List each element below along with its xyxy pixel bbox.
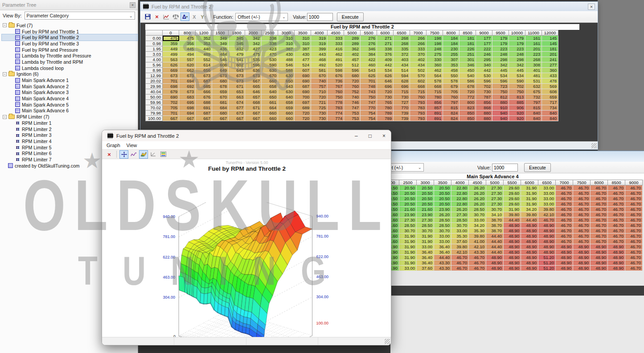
execute-button[interactable]: Execute xyxy=(337,12,364,21)
table-cell[interactable]: 732 xyxy=(525,94,542,100)
table-cell[interactable]: 319 xyxy=(311,41,328,46)
column-header[interactable]: 4500 xyxy=(328,30,344,36)
table-cell[interactable]: 349 xyxy=(212,41,229,46)
table-cell[interactable]: 754 xyxy=(361,116,377,121)
table-cell[interactable]: 750 xyxy=(361,94,377,100)
table-cell[interactable]: 632 xyxy=(525,84,542,89)
table-cell[interactable]: 42.10 xyxy=(451,250,469,255)
table-cell[interactable]: 342 xyxy=(245,36,262,41)
table-cell[interactable]: 489 xyxy=(196,52,212,57)
table-cell[interactable]: 48.90 xyxy=(608,260,625,266)
table-cell[interactable]: 578 xyxy=(427,78,443,84)
table-cell[interactable]: 659 xyxy=(278,105,295,111)
table-cell[interactable]: 36.40 xyxy=(434,250,451,255)
table-cell[interactable]: 702 xyxy=(476,84,492,89)
y-axis-button[interactable]: Y↑ xyxy=(199,12,208,21)
table-cell[interactable]: 668 xyxy=(427,84,443,89)
table-cell[interactable]: 671 xyxy=(245,105,262,111)
table-cell[interactable]: 28.50 xyxy=(451,218,469,223)
column-header[interactable]: 4000 xyxy=(451,180,469,185)
pan-rotate-button[interactable] xyxy=(119,150,128,159)
table-cell[interactable]: 48.90 xyxy=(504,260,521,266)
table-cell[interactable]: 468 xyxy=(311,57,328,62)
resize-grip[interactable] xyxy=(591,143,597,148)
table-cell[interactable]: 660 xyxy=(262,116,278,121)
table-cell[interactable]: 48.90 xyxy=(556,260,573,266)
table-cell[interactable]: 21.60 xyxy=(390,218,399,223)
table-cell[interactable]: 223 xyxy=(525,52,542,57)
column-header[interactable]: 1200 xyxy=(196,30,212,36)
table-cell[interactable]: 223 xyxy=(509,46,525,52)
column-header[interactable]: 10000 xyxy=(509,30,525,36)
table-cell[interactable]: 338 xyxy=(377,46,394,52)
table-cell[interactable]: 27.30 xyxy=(486,185,504,191)
maximize-button[interactable]: □ xyxy=(369,133,372,139)
table-cell[interactable]: 184 xyxy=(443,41,459,46)
table-cell[interactable]: 30.70 xyxy=(434,228,451,234)
table-cell[interactable]: 51.20 xyxy=(538,266,556,271)
table-cell[interactable]: 48.90 xyxy=(521,266,538,271)
table-cell[interactable]: 727 xyxy=(394,100,410,105)
row-header[interactable]: 12.99 xyxy=(146,73,163,78)
table-cell[interactable]: 680 xyxy=(212,78,229,84)
table-cell[interactable]: 586 xyxy=(459,78,476,84)
table-cell[interactable]: 46.70 xyxy=(608,196,625,201)
table-cell[interactable]: 783 xyxy=(410,105,427,111)
table-cell[interactable]: 360 xyxy=(427,62,443,68)
function-select[interactable]: Offset (+/-) ⌄ xyxy=(235,13,288,21)
table-cell[interactable]: 661 xyxy=(262,100,278,105)
table-cell[interactable]: 48.90 xyxy=(504,266,521,271)
table-cell[interactable]: 653 xyxy=(229,89,245,94)
table-cell[interactable]: 161 xyxy=(525,41,542,46)
table-cell[interactable]: 46.70 xyxy=(608,212,625,218)
tree-item[interactable]: Lambda by Throttle and Pressure xyxy=(2,53,138,59)
column-header[interactable]: 5500 xyxy=(504,180,521,185)
table-cell[interactable]: 301 xyxy=(459,57,476,62)
table-cell[interactable]: 602 xyxy=(229,62,245,68)
table-cell[interactable]: 46.70 xyxy=(573,185,591,191)
table-cell[interactable]: 30.70 xyxy=(451,223,469,228)
table-cell[interactable]: 46.70 xyxy=(573,228,591,234)
table-cell[interactable]: 46.70 xyxy=(573,218,591,223)
table-cell[interactable]: 44.40 xyxy=(486,234,504,239)
table-cell[interactable]: 248 xyxy=(509,52,525,57)
table-cell[interactable]: 387 xyxy=(295,46,311,52)
table-cell[interactable]: 520 xyxy=(328,62,344,68)
table-cell[interactable]: 48.90 xyxy=(538,244,556,250)
table-cell[interactable]: 362 xyxy=(344,46,361,52)
table-cell[interactable]: 564 xyxy=(427,73,443,78)
surface-plot[interactable]: 304.00304.00463.00463.00622.00622.00781.… xyxy=(102,202,391,345)
column-header[interactable]: 7500 xyxy=(573,180,591,185)
table-cell[interactable]: 21.60 xyxy=(390,223,399,228)
table-cell[interactable]: 21.60 xyxy=(390,239,399,244)
table-cell[interactable]: 38.70 xyxy=(486,218,504,223)
table-cell[interactable]: 46.70 xyxy=(608,228,625,234)
table-cell[interactable]: 715 xyxy=(394,89,410,94)
table-cell[interactable]: 48.90 xyxy=(504,239,521,244)
close-button[interactable]: × xyxy=(588,4,595,10)
table-cell[interactable]: 46.70 xyxy=(469,260,486,266)
table-cell[interactable]: 667 xyxy=(229,116,245,121)
table-cell[interactable]: 48.90 xyxy=(573,266,591,271)
column-header[interactable]: 3000 xyxy=(417,180,434,185)
table-cell[interactable]: 499 xyxy=(163,52,179,57)
table-cell[interactable]: 46.70 xyxy=(451,260,469,266)
compare-button[interactable] xyxy=(171,12,180,21)
table-cell[interactable]: 48.90 xyxy=(486,255,504,260)
table-cell[interactable]: 880 xyxy=(492,100,509,105)
table-cell[interactable]: 730 xyxy=(377,94,394,100)
column-header[interactable]: 2500 xyxy=(262,30,278,36)
table-cell[interactable]: 740 xyxy=(311,78,328,84)
table-cell[interactable]: 401 xyxy=(525,68,542,73)
table-cell[interactable]: 646 xyxy=(245,89,262,94)
table-cell[interactable]: 23.90 xyxy=(417,212,434,218)
table-cell[interactable]: 29.60 xyxy=(504,191,521,196)
table-cell[interactable]: 602 xyxy=(410,78,427,84)
table-cell[interactable]: 462 xyxy=(328,52,344,57)
table-cell[interactable]: 770 xyxy=(361,105,377,111)
table-cell[interactable]: 28.50 xyxy=(469,207,486,212)
table-cell[interactable]: 346 xyxy=(459,62,476,68)
table-cell[interactable]: 524 xyxy=(295,62,311,68)
table-cell[interactable]: 268 xyxy=(394,41,410,46)
table-cell[interactable]: 307 xyxy=(443,57,459,62)
